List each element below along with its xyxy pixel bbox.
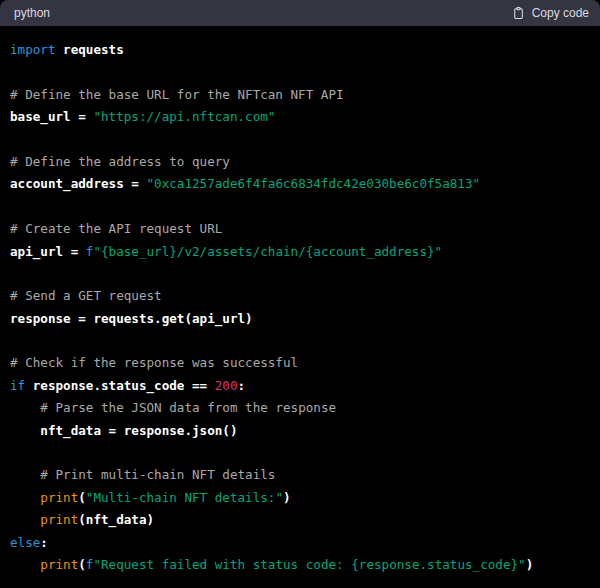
code-line: else:: [10, 532, 590, 554]
code-line: print(f"Request failed with status code:…: [10, 554, 590, 576]
code-token-com: # Create the API request URL: [10, 221, 222, 236]
code-line: # Print multi-chain NFT details: [10, 464, 590, 486]
clipboard-icon: [512, 6, 525, 20]
code-token-plain: [10, 512, 40, 527]
code-token-com: # Define the base URL for the NFTcan NFT…: [10, 87, 344, 102]
code-token-plain: ): [526, 557, 534, 572]
code-token-plain: api_url =: [10, 244, 86, 259]
code-token-str: "Request failed with status code: {respo…: [93, 557, 525, 572]
code-token-com: # Check if the response was successful: [10, 355, 298, 370]
code-line: api_url = f"{base_url}/v2/assets/chain/{…: [10, 241, 590, 263]
code-token-str: "0xca1257ade6f4fa6c6834fdc42e030be6c0f5a…: [146, 176, 480, 191]
language-label: python: [14, 0, 50, 26]
code-token-plain: (: [78, 490, 86, 505]
code-token-plain: [10, 557, 40, 572]
code-line: account_address = "0xca1257ade6f4fa6c683…: [10, 173, 590, 195]
code-token-com: # Send a GET request: [10, 288, 162, 303]
code-line: [10, 330, 590, 352]
code-line: # Create the API request URL: [10, 218, 590, 240]
code-line: print(nft_data): [10, 509, 590, 531]
code-token-num: 200: [215, 378, 238, 393]
code-line: [10, 263, 590, 285]
code-token-plain: :: [237, 378, 245, 393]
code-token-plain: response = requests.get(api_url): [10, 311, 253, 326]
code-line: import requests: [10, 39, 590, 61]
code-line: # Check if the response was successful: [10, 352, 590, 374]
code-token-plain: [10, 467, 40, 482]
code-token-kw: if: [10, 378, 25, 393]
code-token-com: # Define the address to query: [10, 154, 230, 169]
code-token-kw: else: [10, 535, 40, 550]
code-line: # Send a GET request: [10, 285, 590, 307]
code-line: response = requests.get(api_url): [10, 308, 590, 330]
code-token-plain: [10, 400, 40, 415]
code-token-com: # Print multi-chain NFT details: [40, 467, 275, 482]
code-line: nft_data = response.json(): [10, 420, 590, 442]
code-line: # Define the base URL for the NFTcan NFT…: [10, 84, 590, 106]
code-line: # Define the address to query: [10, 151, 590, 173]
code-token-plain: (: [78, 557, 86, 572]
code-token-kw: import: [10, 42, 56, 57]
code-content[interactable]: import requests# Define the base URL for…: [0, 26, 600, 588]
code-token-str: "{base_url}/v2/assets/chain/{account_add…: [93, 244, 442, 259]
code-token-str: "https://api.nftcan.com": [93, 109, 275, 124]
code-block-header: python Copy code: [0, 0, 600, 26]
code-line: [10, 442, 590, 464]
code-line: base_url = "https://api.nftcan.com": [10, 106, 590, 128]
code-token-plain: requests: [56, 42, 124, 57]
code-token-plain: account_address =: [10, 176, 146, 191]
code-token-fn: print: [40, 490, 78, 505]
copy-code-label: Copy code: [532, 6, 589, 20]
code-token-plain: (nft_data): [78, 512, 154, 527]
copy-code-button[interactable]: Copy code: [512, 6, 589, 20]
code-token-plain: [10, 490, 40, 505]
code-token-plain: response.status_code ==: [25, 378, 215, 393]
code-token-com: # Parse the JSON data from the response: [40, 400, 336, 415]
code-line: [10, 196, 590, 218]
code-token-str: "Multi-chain NFT details:": [86, 490, 283, 505]
code-token-fn: print: [40, 557, 78, 572]
code-token-fn: print: [40, 512, 78, 527]
code-token-plain: ): [283, 490, 291, 505]
code-line: # Parse the JSON data from the response: [10, 397, 590, 419]
code-line: [10, 129, 590, 151]
code-line: [10, 61, 590, 83]
code-token-plain: base_url =: [10, 109, 93, 124]
code-line: print("Multi-chain NFT details:"): [10, 487, 590, 509]
code-block: python Copy code import requests# Define…: [0, 0, 600, 588]
code-token-plain: nft_data = response.json(): [10, 423, 237, 438]
code-line: if response.status_code == 200:: [10, 375, 590, 397]
code-token-plain: :: [40, 535, 48, 550]
